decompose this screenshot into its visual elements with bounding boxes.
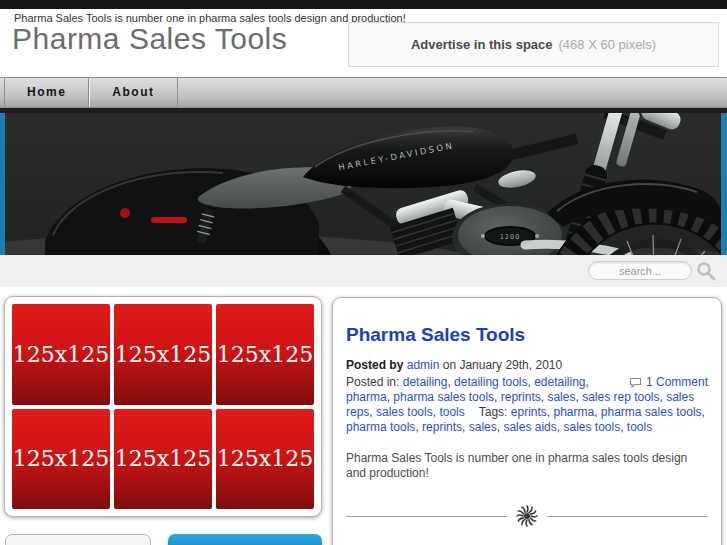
post-title[interactable]: Pharma Sales Tools <box>346 324 708 346</box>
posted-by-line: Posted by admin on January 29th, 2010 <box>346 358 708 373</box>
search-bar-strip <box>0 255 727 287</box>
sidebar-ad-widget: 125x125125x125125x125125x125125x125125x1… <box>4 296 322 517</box>
category-link[interactable]: sales rep tools <box>582 390 659 404</box>
widget-box-blue <box>168 534 322 545</box>
page: Pharma Sales Tools is number one in phar… <box>0 0 727 545</box>
category-link[interactable]: pharma sales tools <box>393 390 494 404</box>
post-meta: Posted by admin on January 29th, 2010 1 … <box>346 358 708 435</box>
top-black-bar <box>0 0 727 9</box>
comment-bubble-icon <box>629 377 642 388</box>
advertise-banner-size: (468 X 60 pixels) <box>559 37 657 52</box>
main-navigation: Home About <box>0 77 727 108</box>
tag-link[interactable]: sales <box>469 420 497 434</box>
magnifier-icon <box>695 260 717 282</box>
posted-by-label: Posted by <box>346 358 403 372</box>
search-button[interactable] <box>695 260 717 282</box>
hero-motorcycle-image: HARLEY-DAVIDSON 1200 <box>5 113 721 255</box>
author-link[interactable]: admin <box>407 358 440 372</box>
divider-rule-right <box>547 516 708 517</box>
tag-link[interactable]: pharma <box>553 405 594 419</box>
tags-label: Tags: <box>479 405 508 419</box>
divider-rule-left <box>346 516 507 517</box>
category-link[interactable]: sales <box>547 390 575 404</box>
ad-block-125x125[interactable]: 125x125 <box>12 304 110 405</box>
widget-box-gray <box>5 534 151 545</box>
category-link[interactable]: tools <box>439 405 464 419</box>
tag-link[interactable]: reprints <box>422 420 462 434</box>
ad-block-125x125[interactable]: 125x125 <box>114 409 212 510</box>
posted-in-label: Posted in: <box>346 375 399 389</box>
tag-link[interactable]: eprints <box>511 405 547 419</box>
search-input[interactable] <box>588 261 692 280</box>
category-link[interactable]: edetailing <box>534 375 585 389</box>
tag-link[interactable]: pharma sales tools <box>601 405 702 419</box>
ad-block-125x125[interactable]: 125x125 <box>12 409 110 510</box>
category-link[interactable]: detailing tools <box>454 375 527 389</box>
tag-link[interactable]: sales aids <box>503 420 556 434</box>
advertise-banner[interactable]: Advertise in this space (468 X 60 pixels… <box>348 22 719 67</box>
ad-block-125x125[interactable]: 125x125 <box>216 409 314 510</box>
sun-ornament-icon <box>516 505 538 527</box>
ad-block-125x125[interactable]: 125x125 <box>114 304 212 405</box>
comment-count-link[interactable]: 1 Comment <box>646 375 708 390</box>
category-link[interactable]: detailing <box>403 375 448 389</box>
nav-item-about[interactable]: About <box>89 78 177 107</box>
tag-link[interactable]: sales tools <box>563 420 620 434</box>
post-date: on January 29th, 2010 <box>443 358 562 372</box>
ad-block-125x125[interactable]: 125x125 <box>216 304 314 405</box>
post-divider <box>346 505 708 527</box>
nav-item-home[interactable]: Home <box>4 78 89 107</box>
tag-link[interactable]: pharma tools <box>346 420 415 434</box>
hero-engine-badge: 1200 <box>500 233 521 241</box>
category-link[interactable]: reprints <box>501 390 541 404</box>
post-body: Pharma Sales Tools is number one in phar… <box>346 451 708 481</box>
site-title: Pharma Sales Tools <box>12 22 287 56</box>
categories-tags-line: 1 Comment Posted in: detailing, detailin… <box>346 375 708 435</box>
tag-link[interactable]: tools <box>627 420 652 434</box>
category-link[interactable]: sales tools <box>376 405 433 419</box>
advertise-banner-label: Advertise in this space <box>411 37 553 52</box>
hero-banner: HARLEY-DAVIDSON 1200 <box>0 113 727 255</box>
comment-count[interactable]: 1 Comment <box>629 375 708 390</box>
post-panel: Pharma Sales Tools Posted by admin on Ja… <box>332 297 722 545</box>
category-link[interactable]: pharma <box>346 390 387 404</box>
ad-grid: 125x125125x125125x125125x125125x125125x1… <box>12 304 314 509</box>
